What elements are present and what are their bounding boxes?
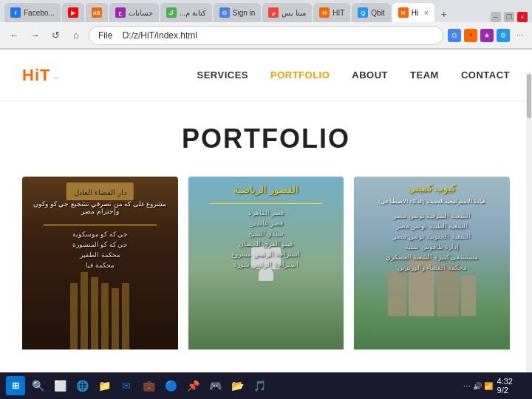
tab-hi-active[interactable]: H Hi × xyxy=(392,3,434,22)
tab-favicon: G xyxy=(219,7,230,18)
card1-item1: جي كه كو موسكوية xyxy=(72,231,129,238)
nav-team[interactable]: TEAM xyxy=(410,69,439,81)
card2-item5: استراحة الرئيس مشروع xyxy=(231,250,300,258)
card1-subtitle: مشروع على كه من تصرفي تشجيع جي كو وكون و… xyxy=(30,200,171,215)
nav-about[interactable]: ABOUT xyxy=(352,69,388,81)
tab-favicon: H xyxy=(319,7,330,18)
taskbar-taskview[interactable]: ⬜ xyxy=(50,376,69,395)
tab-ketaba[interactable]: ك كتابة م... xyxy=(160,3,212,22)
tab-favicon: ك xyxy=(166,7,177,18)
minimize-button[interactable]: ─ xyxy=(491,12,501,22)
address-input[interactable] xyxy=(89,26,443,45)
portfolio-section: PORTFOLIO دار القضاء العادل xyxy=(0,101,532,349)
nav-portfolio[interactable]: PORTFOLIO xyxy=(270,69,330,81)
card1-divider xyxy=(44,225,157,225)
scroll-indicator[interactable] xyxy=(526,72,532,372)
restore-button[interactable]: ❐ xyxy=(504,12,514,22)
card-palaces[interactable]: القصور الرياضية قصر القاهرة قصر عابدين س… xyxy=(188,177,344,349)
tab-hesabat[interactable]: ح حسابات xyxy=(109,3,159,22)
taskbar-explorer[interactable]: 📁 xyxy=(95,376,114,395)
tab-label: حسابات xyxy=(129,9,153,17)
nav-contact[interactable]: CONTACT xyxy=(461,69,510,81)
tab-hit[interactable]: H HIT xyxy=(313,3,350,22)
tab-label: كتابة م... xyxy=(180,9,206,17)
tab-ab[interactable]: AB xyxy=(86,3,108,22)
reload-button[interactable]: ↺ xyxy=(47,27,64,44)
taskbar-chrome[interactable]: 🔵 xyxy=(161,376,180,395)
back-button[interactable]: ← xyxy=(6,27,22,44)
tab-qbit[interactable]: Q Qbit xyxy=(352,3,390,22)
tab-label: مبتا يس xyxy=(282,9,306,17)
portfolio-title: PORTFOLIO xyxy=(15,123,517,154)
site-logo[interactable]: HiT ... xyxy=(22,66,58,85)
tab-mabta[interactable]: م مبتا يس xyxy=(262,3,312,22)
ext-icon-5[interactable]: ⋯ xyxy=(513,29,526,42)
new-tab-button[interactable]: + xyxy=(436,6,452,22)
card2-item4: قيتو الفرق الحصان xyxy=(239,240,293,248)
close-button[interactable]: × xyxy=(517,12,528,22)
tab-label: Sign in xyxy=(233,9,256,17)
card3-item6: محكمة القضاء والوزيرين xyxy=(398,264,467,271)
extension-icons: G ✦ ★ ⚙ ⋯ xyxy=(448,29,526,42)
card2-item3: سيدي الشيخ xyxy=(248,230,284,237)
taskbar-date: 9/2 xyxy=(497,386,513,395)
taskbar-pin1[interactable]: 📌 xyxy=(183,376,202,395)
card1-item4: محكمة فيا xyxy=(86,262,115,269)
tab-favicon: f xyxy=(10,7,21,18)
tab-favicon-active: H xyxy=(398,7,409,18)
tab-favicon: ح xyxy=(115,7,126,18)
tab-signin[interactable]: G Sign in xyxy=(214,3,262,22)
ext-icon-4[interactable]: ⚙ xyxy=(497,29,510,42)
scroll-thumb xyxy=(527,74,531,118)
ext-icon-2[interactable]: ✦ xyxy=(464,29,477,42)
taskbar: ⊞ 🔍 ⬜ 🌐 📁 ✉ 💼 🔵 📌 🎮 📂 🎵 ⋯ 🔊 📶 4:32 9/2 xyxy=(0,372,532,399)
card-courthouse[interactable]: دار القضاء العادل مشروع على كه من تصرفي … xyxy=(22,177,178,349)
card3-item2: الشعبة الطبية تونس مصر xyxy=(396,222,468,230)
address-bar-row: ← → ↺ ⌂ G ✦ ★ ⚙ ⋯ xyxy=(0,22,532,49)
card1-overlay: مشروع على كه من تصرفي تشجيع جي كو وكون و… xyxy=(22,177,178,349)
tab-facebook[interactable]: f Facebo... xyxy=(4,3,61,22)
taskbar-teams[interactable]: 💼 xyxy=(139,376,158,395)
page-content: HiT ... SERVICES PORTFOLIO ABOUT TEAM CO… xyxy=(0,50,532,349)
taskbar-edge[interactable]: 🌐 xyxy=(72,376,92,395)
cards-grid: دار القضاء العادل مشروع على كه من تصرفي … xyxy=(15,177,517,349)
card2-overlay: القصور الرياضية قصر القاهرة قصر عابدين س… xyxy=(188,177,344,349)
logo-text: HiT xyxy=(22,66,50,85)
taskbar-media[interactable]: 🎵 xyxy=(250,376,269,395)
taskbar-right-area: ⋯ 🔊 📶 4:32 9/2 xyxy=(463,377,526,395)
tab-favicon: Q xyxy=(358,7,368,18)
card-compound[interactable]: كيوب كمبني قيادة الاستراتيجية الجديدة (ا… xyxy=(354,177,510,349)
taskbar-folder[interactable]: 📂 xyxy=(228,376,247,395)
logo-subtitle: ... xyxy=(53,73,58,80)
card3-overlay: كيوب كمبني قيادة الاستراتيجية الجديدة (ا… xyxy=(354,177,510,349)
tab-favicon: AB xyxy=(92,7,102,18)
browser-chrome: f Facebo... ▶ AB ح حسابات ك كتابة م... G… xyxy=(0,0,532,50)
ext-icon-3[interactable]: ★ xyxy=(480,29,494,42)
taskbar-search[interactable]: 🔍 xyxy=(28,376,47,395)
card3-item4: إدارة طاقوش شبية xyxy=(405,243,459,250)
nav-services[interactable]: SERVICES xyxy=(197,69,248,81)
forward-button[interactable]: → xyxy=(27,27,43,44)
card1-item3: محكمة الطفير xyxy=(80,251,120,259)
card3-title: كيوب كمبني xyxy=(408,183,457,194)
tab-label: Facebo... xyxy=(24,9,55,17)
site-navbar: HiT ... SERVICES PORTFOLIO ABOUT TEAM CO… xyxy=(0,50,532,101)
tab-favicon: ▶ xyxy=(68,7,78,18)
card1-item2: جي كه كو المنسورة xyxy=(72,241,129,248)
tab-favicon: م xyxy=(268,7,279,18)
tab-close-icon[interactable]: × xyxy=(424,9,429,17)
taskbar-time: 4:32 xyxy=(497,377,513,386)
start-button[interactable]: ⊞ xyxy=(6,376,25,395)
card3-item1: الشعبة الشرقية تونس مصر xyxy=(393,212,471,219)
ext-icon-1[interactable]: G xyxy=(448,29,461,42)
tab-label: Qbit xyxy=(371,9,384,17)
tab-youtube[interactable]: ▶ xyxy=(62,3,84,22)
card3-subtitle: قيادة الاستراتيجية الجديدة (الذكاء الاصط… xyxy=(378,198,485,205)
card2-item2: قصر عابدين xyxy=(249,219,283,227)
taskbar-game[interactable]: 🎮 xyxy=(205,376,225,395)
home-button[interactable]: ⌂ xyxy=(68,27,84,44)
card3-item5: مستشفى كبيرة الشعبة العسكري xyxy=(386,253,479,261)
card2-item6: استراحة الرئيس شورة xyxy=(233,261,299,268)
card3-item3: الشعبة الجنوبية تونس مصر xyxy=(393,233,471,240)
taskbar-mail[interactable]: ✉ xyxy=(117,376,136,395)
